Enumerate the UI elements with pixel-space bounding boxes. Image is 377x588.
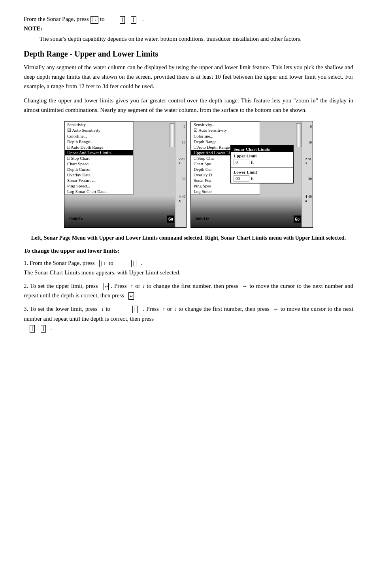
section-title: Depth Range - Upper and Lower Limits xyxy=(24,49,353,59)
lower-limit-section: Lower Limit 60 ft xyxy=(231,168,293,183)
scale-20: 20. xyxy=(181,157,185,161)
step2-enter-key2: ↵ xyxy=(128,292,134,300)
right-menu-sensitivity[interactable]: Sensitivity... xyxy=(191,122,260,127)
upper-limit-value[interactable]: 0 xyxy=(234,159,249,165)
step3-period2: . xyxy=(51,325,52,331)
rscale-30: 30 xyxy=(308,177,312,181)
step1-period: . xyxy=(141,260,142,266)
menu-item-chart-speed[interactable]: Chart Speed... xyxy=(65,161,133,166)
note-body: The sonar's depth capability depends on … xyxy=(40,34,353,43)
step1-key-pipe-down: |↓ xyxy=(99,260,107,267)
sensitivity-slider-right[interactable] xyxy=(296,123,302,147)
right-arrow1: → xyxy=(242,283,247,289)
freq-label-left: 200kHz xyxy=(68,216,83,221)
key-pipe-down: |↓ xyxy=(90,16,98,24)
down-arrow2: ↓ xyxy=(101,306,104,312)
step3-to: to xyxy=(106,306,110,312)
step2-mid: . Press xyxy=(111,283,126,289)
menu-item-sensitivity[interactable]: Sensitivity... xyxy=(65,122,133,127)
instructions-header: To change the upper and lower limits: xyxy=(24,248,353,254)
menu-item-overlay-data[interactable]: Overlay Data... xyxy=(65,172,133,178)
scale-0: 0 xyxy=(184,125,186,129)
rscale-0: 0 xyxy=(310,125,312,129)
period1: . xyxy=(142,16,144,23)
menu-item-colorline[interactable]: Colorline... xyxy=(65,133,133,139)
rscale-40: 40 xyxy=(308,195,312,199)
upper-limit-input-row: 0 ft xyxy=(234,159,290,165)
rx4-label: 4x xyxy=(305,195,307,202)
menu-item-ping-speed[interactable]: Ping Speed... xyxy=(65,183,133,189)
down-arrow3: ↓ xyxy=(174,306,177,312)
step2-or1: or xyxy=(135,283,142,289)
step1-to: to xyxy=(109,260,113,266)
right-screenshot: Sensitivity... ☑ Auto Sensitivity Colorl… xyxy=(190,121,313,228)
rscale-10: 10 xyxy=(308,140,312,144)
x2-label: 2x xyxy=(179,157,181,165)
up-arrow2: ↑ xyxy=(162,306,165,312)
depth-display-left: 60 xyxy=(167,216,174,223)
depth-scale-right: 0 10 20. 2x 30 40 4x xyxy=(302,121,313,227)
upper-limit-unit: ft xyxy=(251,160,254,164)
right-menu-ping-speed[interactable]: Ping Spee xyxy=(191,183,260,189)
step1-line2: The Sonar Chart Limits menu appears, wit… xyxy=(24,269,181,276)
popup-divider xyxy=(231,167,293,168)
step1-pipe: | xyxy=(131,260,136,267)
menu-item-sonar-features[interactable]: Sonar Features... xyxy=(65,178,133,183)
to-word: to xyxy=(100,16,105,23)
screenshot-caption: Left, Sonar Page Menu with Upper and Low… xyxy=(24,234,353,242)
key-pipe1: | xyxy=(120,16,125,24)
popup-title: Sonar Chart Limits xyxy=(231,146,293,152)
step3-pipe2: | xyxy=(30,325,35,333)
lower-limit-value[interactable]: 60 xyxy=(234,175,249,182)
step3-pipe3: | xyxy=(41,325,46,333)
menu-item-stop-chart[interactable]: □ Stop Chart xyxy=(65,155,133,161)
left-menu-list: Sensitivity... ☑ Auto Sensitivity Colorl… xyxy=(64,121,134,195)
scale-40: 40 xyxy=(182,195,185,199)
body-para1: Virtually any segment of the water colum… xyxy=(24,62,353,91)
down-arrow1: ↓ xyxy=(142,283,145,289)
scale-10: 10 xyxy=(182,140,185,144)
sonar-bottom-right xyxy=(191,196,313,227)
depth-scale-left: 0 10 20. 2x 30 40 4x xyxy=(175,121,186,227)
upper-limit-label: Upper Limit xyxy=(234,153,290,158)
sensitivity-slider-left[interactable] xyxy=(170,123,175,147)
step1-prefix: 1. From the Sonar Page, press xyxy=(24,260,95,266)
body-para2: Changing the upper and lower limits give… xyxy=(24,96,353,115)
menu-item-depth-cursor[interactable]: Depth Cursor xyxy=(65,166,133,172)
right-menu-depth-range[interactable]: Depth Range... xyxy=(191,139,260,144)
rx2-label: 2x xyxy=(305,157,307,165)
lower-limit-label: Lower Limit xyxy=(234,170,290,174)
menu-item-depth-range[interactable]: Depth Range... xyxy=(65,139,133,144)
step3-period1: . Press xyxy=(143,306,159,312)
step2-change: to change the first number, then press xyxy=(147,283,238,289)
note-label: NOTE: xyxy=(24,25,353,32)
right-menu-log-sonar[interactable]: Log Sonar xyxy=(191,189,260,194)
right-arrow2: → xyxy=(273,306,279,312)
sonar-chart-limits-popup: Sonar Chart Limits Upper Limit 0 ft Lowe… xyxy=(230,145,294,183)
step2: 2. To set the upper limit, press ↵ . Pre… xyxy=(24,281,353,300)
key-pipe2: | xyxy=(131,16,136,24)
step1: 1. From the Sonar Page, press |↓ to | . … xyxy=(24,258,353,277)
right-menu-auto-sensitivity[interactable]: ☑ Auto Sensitivity xyxy=(191,127,260,133)
menu-item-auto-sensitivity[interactable]: ☑ Auto Sensitivity xyxy=(65,127,133,133)
step2-period: . xyxy=(135,292,137,299)
first-line: From the Sonar Page, press |↓ to | | . xyxy=(24,16,353,24)
step3-start: 3. To set the lower limit, press xyxy=(24,306,97,312)
menu-item-auto-depth[interactable]: □ Auto Depth Range xyxy=(65,144,133,150)
rscale-20: 20. xyxy=(307,157,312,161)
menu-item-log-sonar[interactable]: Log Sonar Chart Data... xyxy=(65,189,133,194)
screenshots-container: Sensitivity... ☑ Auto Sensitivity Colorl… xyxy=(24,121,353,228)
step3-or2: or xyxy=(167,306,174,312)
lower-limit-unit: ft xyxy=(251,176,254,181)
scale-30: 30 xyxy=(182,177,185,181)
sonar-bottom-left xyxy=(64,196,186,227)
first-line-text: From the Sonar Page, press xyxy=(24,16,89,23)
upper-limit-section: Upper Limit 0 ft xyxy=(231,152,293,166)
x4-label: 4x xyxy=(179,195,181,202)
depth-display-right: 60 xyxy=(294,216,301,223)
right-menu-colorline[interactable]: Colorline... xyxy=(191,133,260,139)
step3: 3. To set the lower limit, press ↓ to | … xyxy=(24,304,353,333)
step3-pipe1: | xyxy=(132,306,138,313)
menu-item-upper-lower[interactable]: Upper And Lower Limits... xyxy=(65,150,133,155)
page-content: From the Sonar Page, press |↓ to | | . N… xyxy=(24,16,353,333)
